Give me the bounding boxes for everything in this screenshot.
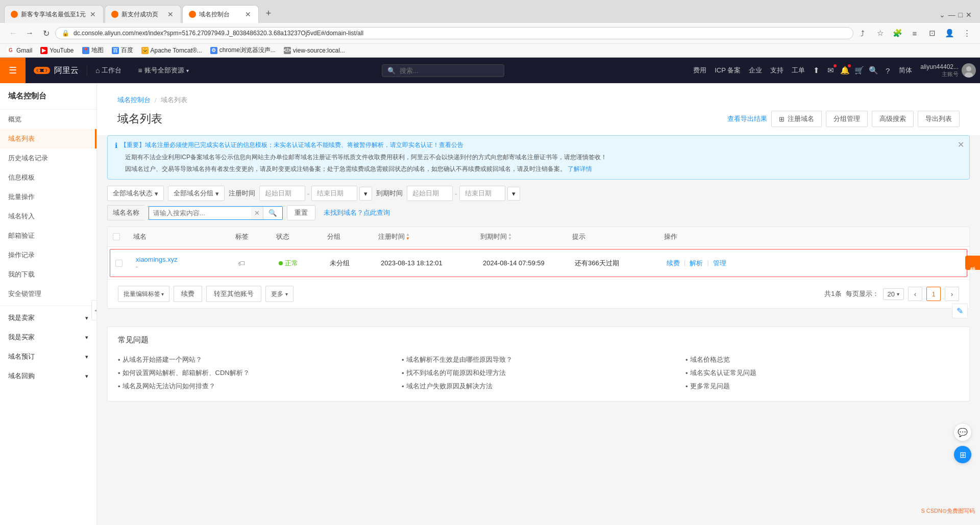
faq-item-3-1[interactable]: 域名价格总览 <box>685 353 959 366</box>
next-page-btn[interactable]: › <box>945 287 959 301</box>
bulk-renew-btn[interactable]: 续费 <box>174 286 202 302</box>
select-all-checkbox[interactable] <box>113 233 120 240</box>
bookmark-tomcat[interactable]: 🐱 Apache Tomcat®... <box>141 47 202 54</box>
expire-date-dropdown[interactable]: ▾ <box>507 187 520 201</box>
faq-item-2-3[interactable]: 域名过户失败原因及解决方法 <box>402 380 675 393</box>
more-actions-btn[interactable]: 更多 ▾ <box>265 286 293 302</box>
window-close-btn[interactable]: ✕ <box>966 11 972 19</box>
browser-tab-1[interactable]: 新客专享域名最低至1元 ✕ <box>4 5 104 23</box>
bookmark-youtube[interactable]: ▶ YouTube <box>40 47 74 54</box>
header-message-icon[interactable]: ✉ <box>823 63 838 78</box>
breadcrumb-domain-console[interactable]: 域名控制台 <box>117 95 151 105</box>
header-icon-1[interactable]: ⬆ <box>809 63 823 78</box>
bookmark-gmail[interactable]: G Gmail <box>7 47 32 54</box>
bulk-edit-tag-btn[interactable]: 批量编辑标签 ▾ <box>118 286 169 302</box>
renew-action[interactable]: 续费 <box>667 259 680 268</box>
right-edge-feedback-tab[interactable]: 反馈 <box>965 256 980 270</box>
extensions-icon[interactable]: 🧩 <box>890 26 904 40</box>
not-found-link[interactable]: 未找到域名？点此查询 <box>324 208 390 217</box>
search-input[interactable] <box>149 207 251 219</box>
window-minimize-btn[interactable]: — <box>948 11 955 19</box>
header-search-input[interactable] <box>400 67 481 74</box>
faq-item-3-2[interactable]: 域名实名认证常见问题 <box>685 366 959 380</box>
faq-item-2-2[interactable]: 找不到域名的可能原因和处理方法 <box>402 366 675 380</box>
sidebar-group-seller[interactable]: 我是卖家 ▾ <box>0 308 96 328</box>
search-clear-btn[interactable]: ✕ <box>251 209 263 217</box>
aliyun-logo[interactable]: 阿里云 <box>26 65 87 76</box>
sidebar-group-buyback[interactable]: 域名回购 ▾ <box>0 366 96 386</box>
refresh-button[interactable]: ↻ <box>39 26 53 40</box>
page-size-select[interactable]: 20 ▾ <box>883 288 904 300</box>
header-regtime-col[interactable]: 注册时间 ▲ ▼ <box>373 232 475 241</box>
sidebar-item-transfer[interactable]: 域名转入 <box>0 207 96 226</box>
nav-resources[interactable]: ≡ 账号全部资源 ▾ <box>130 58 197 83</box>
header-search2-icon[interactable]: 🔍 <box>866 63 880 78</box>
header-user[interactable]: aliyun44402... 主账号 <box>916 63 980 78</box>
edit-pencil-icon[interactable]: ✎ <box>952 304 968 318</box>
expire-start-date[interactable]: 起始日期 <box>407 186 453 201</box>
faq-item-1-1[interactable]: 从域名开始搭建一个网站？ <box>118 353 391 366</box>
header-help-icon[interactable]: ? <box>880 63 895 78</box>
header-support[interactable]: 支持 <box>766 66 788 75</box>
sidebar-item-email[interactable]: 邮箱验证 <box>0 226 96 245</box>
reg-end-date[interactable]: 结束日期 <box>311 186 357 201</box>
sidebar-item-oplog[interactable]: 操作记录 <box>0 245 96 265</box>
manage-action[interactable]: 管理 <box>713 259 726 268</box>
reg-date-dropdown[interactable]: ▾ <box>359 187 372 201</box>
faq-item-1-2[interactable]: 如何设置网站解析、邮箱解析、CDN解析？ <box>118 366 391 380</box>
window-maximize-btn[interactable]: □ <box>959 11 963 19</box>
more-options-icon[interactable]: ⋮ <box>960 26 974 40</box>
faq-item-2-1[interactable]: 域名解析不生效是由哪些原因导致？ <box>402 353 675 366</box>
header-enterprise[interactable]: 企业 <box>745 66 766 75</box>
tag-icon[interactable]: 🏷 <box>238 259 245 267</box>
reg-start-date[interactable]: 起始日期 <box>259 186 305 201</box>
resolve-action[interactable]: 解析 <box>690 259 703 268</box>
header-icp[interactable]: ICP 备案 <box>710 66 745 75</box>
bookmark-star-icon[interactable]: ☆ <box>873 26 887 40</box>
header-menu-button[interactable]: ☰ <box>0 58 26 83</box>
tab-close-1[interactable]: ✕ <box>89 10 97 19</box>
float-chat-btn[interactable]: 💬 <box>953 423 972 441</box>
register-domain-button[interactable]: ⊞ 注册域名 <box>771 111 822 127</box>
transfer-account-btn[interactable]: 转至其他账号 <box>206 286 261 302</box>
header-exptime-col[interactable]: 到期时间 ▲ ▼ <box>475 232 567 241</box>
bookmark-chrome[interactable]: ⚙ chrome浏览器没声... <box>210 46 276 55</box>
sidebar-item-template[interactable]: 信息模板 <box>0 168 96 187</box>
tab-close-2[interactable]: ✕ <box>166 10 175 19</box>
header-workorder[interactable]: 工单 <box>788 66 809 75</box>
account-circle-icon[interactable]: 👤 <box>942 26 957 40</box>
advanced-search-button[interactable]: 高级搜索 <box>872 111 914 127</box>
alert-close-btn[interactable]: ✕ <box>958 140 964 149</box>
header-cart-icon[interactable]: 🛒 <box>852 63 866 78</box>
forward-button[interactable]: → <box>22 26 37 40</box>
sidebar-group-preorder[interactable]: 域名预订 ▾ <box>0 347 96 366</box>
browser-tab-2[interactable]: 新支付成功页 ✕ <box>105 5 181 23</box>
profile-icon[interactable]: ≡ <box>908 26 922 40</box>
result-hint-link[interactable]: 查看导出结果 <box>727 114 767 123</box>
group-manage-button[interactable]: 分组管理 <box>826 111 868 127</box>
new-tab-button[interactable]: + <box>260 4 278 23</box>
faq-item-1-3[interactable]: 域名及网站无法访问如何排查？ <box>118 380 391 393</box>
header-bell-icon[interactable]: 🔔 <box>838 63 852 78</box>
share-icon[interactable]: ⤴ <box>855 26 870 40</box>
float-apps-btn[interactable]: ⊞ <box>953 445 972 464</box>
sidebar-item-download[interactable]: 我的下载 <box>0 265 96 284</box>
prev-page-btn[interactable]: ‹ <box>908 287 922 301</box>
header-lang[interactable]: 简体 <box>895 66 916 75</box>
sidebar-item-security[interactable]: 安全锁管理 <box>0 284 96 304</box>
row-checkbox[interactable] <box>115 260 122 267</box>
group-filter[interactable]: 全部域名分组 ▾ <box>168 186 225 201</box>
address-bar[interactable]: 🔒 dc.console.aliyun.com/next/index?spm=5… <box>55 27 853 39</box>
browser-tab-3[interactable]: 域名控制台 ✕ <box>182 5 259 23</box>
expire-end-date[interactable]: 结束日期 <box>459 186 505 201</box>
back-button[interactable]: ← <box>6 26 20 40</box>
header-search-box[interactable]: 🔍 <box>382 64 504 77</box>
header-fees[interactable]: 费用 <box>689 66 710 75</box>
tabs-minimize-icon[interactable]: ⌄ <box>939 11 945 19</box>
alert-more-link[interactable]: 了解详情 <box>568 165 592 172</box>
bookmark-map[interactable]: 📍 地图 <box>82 46 104 55</box>
domain-name-link[interactable]: xiaomings.xyz <box>136 256 228 263</box>
cast-icon[interactable]: ⊡ <box>925 26 939 40</box>
nav-workbench[interactable]: ⌂ 工作台 <box>87 58 130 83</box>
faq-item-3-3[interactable]: 更多常见问题 <box>685 380 959 393</box>
